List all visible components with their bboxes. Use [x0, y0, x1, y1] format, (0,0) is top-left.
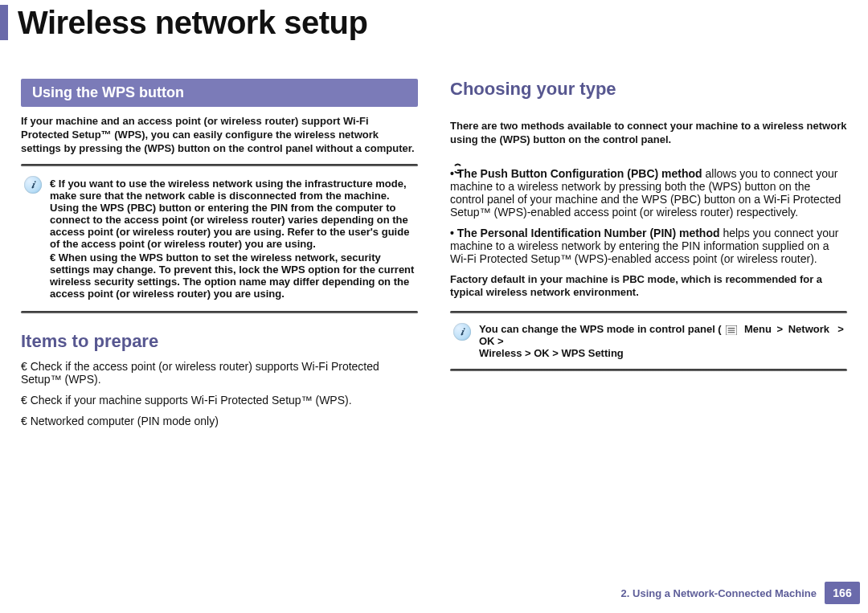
footer-chapter: 2. Using a Network-Connected Machine [621, 587, 825, 599]
note1-bullet-2: € When using the WPS button to set the w… [50, 251, 415, 300]
document-page: Wireless network setup Using the WPS but… [0, 0, 868, 613]
pbc-block: • The Push Button Configuration (PBC) me… [450, 167, 847, 219]
wireless-wps-path: Wireless > OK > WPS Setting [479, 347, 624, 359]
item-text: € Check if your machine supports Wi-Fi P… [21, 394, 352, 407]
note2-body: You can change the WPS mode in control p… [479, 323, 844, 359]
info-icon: 𝑖 [24, 176, 42, 194]
item-text: € Networked computer (PIN mode only) [21, 415, 219, 427]
note-block-1: 𝑖 € If you want to use the wireless netw… [21, 171, 418, 306]
page-footer: 2. Using a Network-Connected Machine 166 [0, 581, 868, 605]
prepare-item-3: € Networked computer (PIN mode only) [21, 415, 418, 427]
page-title: Wireless network setup [18, 5, 367, 41]
note2-prefix: You can change the WPS mode in control p… [479, 323, 722, 335]
wps-icon [452, 148, 464, 160]
prepare-item-2: € Check if your machine supports Wi-Fi P… [21, 394, 418, 407]
note2-bottom-separator [450, 369, 847, 371]
default-mode-note: Factory default in your machine is PBC m… [450, 273, 847, 300]
note-bottom-separator [21, 311, 418, 313]
left-column: Using the WPS button If your machine and… [21, 79, 418, 568]
menu-icon [726, 325, 737, 335]
items-to-prepare-heading: Items to prepare [21, 331, 418, 352]
prepare-item-1: € Check if the access point (or wireless… [21, 360, 418, 386]
right-column: Choosing your type There are two methods… [450, 79, 847, 568]
note-text: € When using the WPS button to set the w… [50, 251, 415, 300]
pbc-lead: • The Push Button Configuration (PBC) me… [450, 167, 702, 180]
footer-page-number: 166 [825, 582, 860, 604]
wps-intro-text: If your machine and an access point (or … [21, 115, 418, 156]
choosing-intro-span: There are two methods available to conne… [450, 120, 846, 145]
item-text: € Check if the access point (or wireless… [21, 360, 418, 386]
choosing-intro-text: There are two methods available to conne… [450, 106, 847, 161]
choosing-type-heading: Choosing your type [450, 79, 847, 100]
title-bar: Wireless network setup [0, 0, 367, 45]
menu-label: Menu [744, 323, 772, 335]
note-text: € If you want to use the wireless networ… [50, 178, 415, 250]
info-icon: 𝑖 [453, 323, 471, 341]
network-label: Network [788, 323, 829, 335]
title-accent [0, 5, 8, 40]
note-body: € If you want to use the wireless networ… [50, 176, 415, 301]
note2-top-separator [450, 311, 847, 313]
note-top-separator [21, 164, 418, 166]
note-block-2: 𝑖 You can change the WPS mode in control… [450, 318, 847, 364]
pin-lead: • The Personal Identification Number (PI… [450, 227, 720, 239]
note1-bullet-1: € If you want to use the wireless networ… [50, 178, 415, 250]
pin-block: • The Personal Identification Number (PI… [450, 227, 847, 265]
section-using-wps: Using the WPS button [21, 79, 418, 107]
two-column-layout: Using the WPS button If your machine and… [21, 79, 847, 568]
